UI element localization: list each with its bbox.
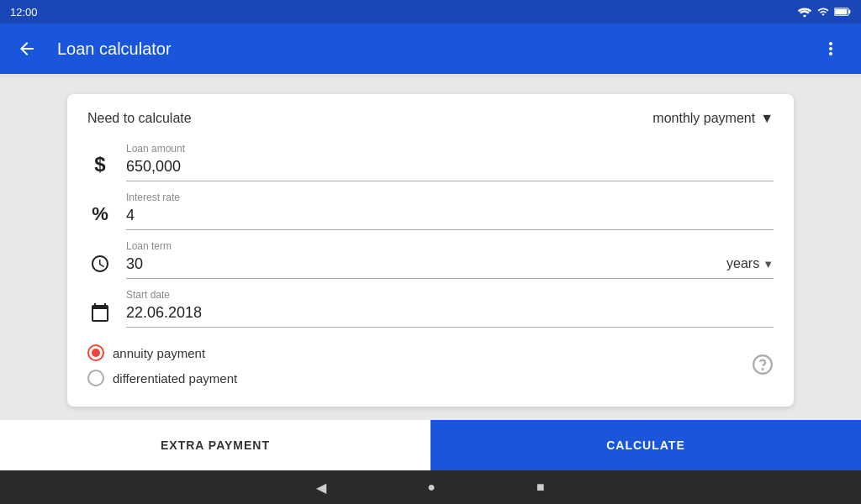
loan-amount-row: $ Loan amount	[87, 143, 774, 185]
loan-term-input[interactable]	[126, 254, 726, 275]
percent-symbol: %	[92, 203, 108, 225]
payment-type-value: monthly payment	[652, 111, 755, 126]
radio-options: annuity payment differentiated payment	[87, 344, 237, 386]
loan-term-label: Loan term	[126, 240, 774, 252]
annuity-payment-option[interactable]: annuity payment	[87, 344, 237, 361]
nav-bar: ◀ ● ■	[0, 470, 861, 504]
battery-icon	[834, 7, 851, 17]
annuity-radio-circle[interactable]	[87, 344, 104, 361]
status-bar: 12:00	[0, 0, 861, 24]
interest-rate-label: Interest rate	[126, 192, 774, 203]
nav-back-button[interactable]: ◀	[316, 480, 326, 496]
dollar-symbol: $	[94, 153, 105, 176]
bottom-bar: EXTRA PAYMENT CALCULATE	[0, 420, 861, 470]
loan-term-unit-dropdown[interactable]: years ▼	[726, 256, 774, 275]
loan-term-input-row: years ▼	[126, 254, 774, 279]
app-bar-left: Loan calculator	[13, 35, 172, 62]
dollar-icon: $	[87, 153, 113, 181]
loan-amount-input[interactable]	[126, 156, 774, 177]
back-button[interactable]	[13, 35, 40, 62]
loan-term-row: Loan term years ▼	[87, 240, 774, 282]
app-title: Loan calculator	[57, 39, 172, 59]
annuity-payment-label: annuity payment	[113, 346, 205, 360]
payment-type-section: annuity payment differentiated payment	[87, 344, 774, 386]
nav-home-icon: ●	[427, 480, 436, 495]
payment-type-dropdown[interactable]: monthly payment ▼	[652, 111, 774, 126]
start-date-row: Start date	[87, 289, 774, 331]
chevron-down-icon: ▼	[763, 258, 774, 270]
wifi-icon	[797, 6, 812, 18]
signal-icon	[817, 6, 829, 18]
extra-payment-button[interactable]: EXTRA PAYMENT	[0, 420, 430, 470]
nav-recent-icon: ■	[536, 480, 545, 495]
status-time: 12:00	[10, 6, 38, 18]
interest-rate-row: % Interest rate	[87, 192, 774, 234]
start-date-input-row	[126, 302, 774, 328]
svg-point-4	[762, 368, 763, 369]
nav-home-button[interactable]: ●	[427, 480, 436, 495]
start-date-label: Start date	[126, 289, 774, 301]
main-content: Need to calculate monthly payment ▼ $ Lo…	[0, 77, 861, 430]
more-options-button[interactable]	[814, 35, 848, 62]
app-bar: Loan calculator	[0, 24, 861, 74]
differentiated-payment-option[interactable]: differentiated payment	[87, 370, 237, 386]
interest-rate-input[interactable]	[126, 205, 774, 226]
need-to-calculate-label: Need to calculate	[87, 111, 192, 126]
help-icon-button[interactable]	[752, 354, 774, 378]
calculator-card: Need to calculate monthly payment ▼ $ Lo…	[67, 94, 794, 407]
start-date-input[interactable]	[126, 302, 774, 323]
status-icons	[797, 6, 851, 18]
interest-rate-field: Interest rate	[126, 192, 774, 230]
nav-recent-button[interactable]: ■	[536, 480, 545, 495]
clock-icon	[87, 254, 113, 279]
loan-amount-input-row	[126, 156, 774, 181]
loan-amount-label: Loan amount	[126, 143, 774, 155]
start-date-field: Start date	[126, 289, 774, 328]
annuity-radio-inner	[92, 349, 100, 357]
calendar-icon	[87, 302, 113, 328]
differentiated-radio-circle[interactable]	[87, 370, 104, 386]
svg-rect-2	[835, 9, 847, 14]
svg-rect-1	[848, 10, 850, 13]
differentiated-payment-label: differentiated payment	[113, 371, 237, 386]
interest-rate-input-row	[126, 205, 774, 230]
loan-amount-field: Loan amount	[126, 143, 774, 181]
calculate-button[interactable]: CALCULATE	[430, 420, 861, 470]
chevron-down-icon: ▼	[760, 111, 774, 126]
nav-back-icon: ◀	[316, 480, 326, 496]
loan-term-unit-value: years	[726, 256, 759, 271]
loan-term-field: Loan term years ▼	[126, 240, 774, 279]
percent-icon: %	[87, 203, 113, 230]
calc-header: Need to calculate monthly payment ▼	[87, 111, 774, 126]
